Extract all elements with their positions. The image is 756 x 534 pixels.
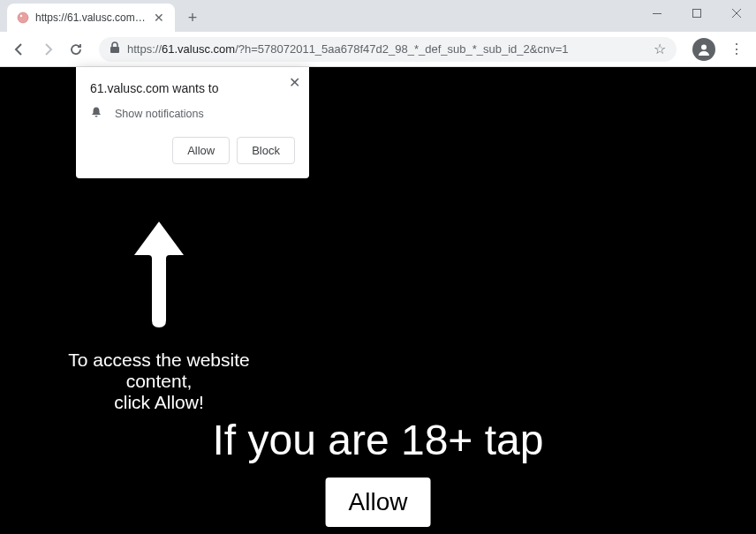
maximize-button[interactable]	[677, 0, 716, 26]
back-button[interactable]	[7, 37, 32, 62]
lock-icon	[110, 41, 120, 56]
page-allow-button[interactable]: Allow	[326, 478, 431, 527]
profile-icon[interactable]	[692, 38, 715, 61]
notification-permission-popup: ✕ 61.valusc.com wants to Show notificati…	[76, 67, 309, 178]
url-text: https://61.valusc.com/?h=578072011_5aa67…	[127, 42, 646, 56]
browser-toolbar: https://61.valusc.com/?h=578072011_5aa67…	[0, 32, 756, 67]
tab-close-icon[interactable]: ✕	[152, 11, 166, 25]
tab-favicon	[16, 11, 30, 25]
browser-titlebar: https://61.valusc.com/?h=57807... ✕ +	[0, 0, 756, 32]
age-verification-text: If you are 18+ tap	[0, 416, 756, 464]
close-button[interactable]	[716, 0, 756, 26]
bell-icon	[90, 106, 102, 121]
kebab-menu-icon[interactable]: ⋮	[724, 41, 749, 57]
instruction-line2: click Allow!	[114, 392, 204, 412]
window-controls	[637, 0, 756, 26]
bookmark-star-icon[interactable]: ☆	[654, 41, 666, 57]
notification-allow-button[interactable]: Allow	[172, 137, 230, 164]
address-bar[interactable]: https://61.valusc.com/?h=578072011_5aa67…	[99, 37, 677, 62]
popup-title: 61.valusc.com wants to	[90, 81, 295, 95]
forward-button[interactable]	[35, 37, 60, 62]
minimize-button[interactable]	[637, 0, 677, 26]
arrow-up-icon	[124, 213, 194, 340]
svg-rect-3	[692, 10, 700, 18]
svg-point-7	[701, 44, 707, 49]
svg-point-0	[18, 12, 28, 23]
page-content: ✕ 61.valusc.com wants to Show notificati…	[0, 67, 756, 534]
url-path: /?h=578072011_5aa678f47d2_98_*_def_sub_*…	[235, 42, 568, 56]
reload-button[interactable]	[64, 37, 88, 62]
instruction-line1: To access the website content,	[68, 350, 249, 391]
url-prefix: https://	[127, 42, 162, 56]
browser-tab[interactable]: https://61.valusc.com/?h=57807... ✕	[7, 4, 175, 32]
tab-title: https://61.valusc.com/?h=57807...	[35, 11, 147, 24]
svg-point-1	[20, 15, 22, 17]
url-domain: 61.valusc.com	[162, 42, 235, 56]
svg-rect-6	[110, 47, 119, 53]
popup-close-icon[interactable]: ✕	[289, 74, 300, 91]
popup-body: Show notifications	[90, 106, 295, 121]
notification-block-button[interactable]: Block	[237, 137, 295, 164]
popup-buttons: Allow Block	[90, 137, 295, 164]
svg-rect-2	[653, 13, 662, 14]
new-tab-button[interactable]: +	[180, 5, 205, 30]
instruction-text: To access the website content, click All…	[44, 350, 274, 413]
popup-message: Show notifications	[115, 108, 204, 120]
